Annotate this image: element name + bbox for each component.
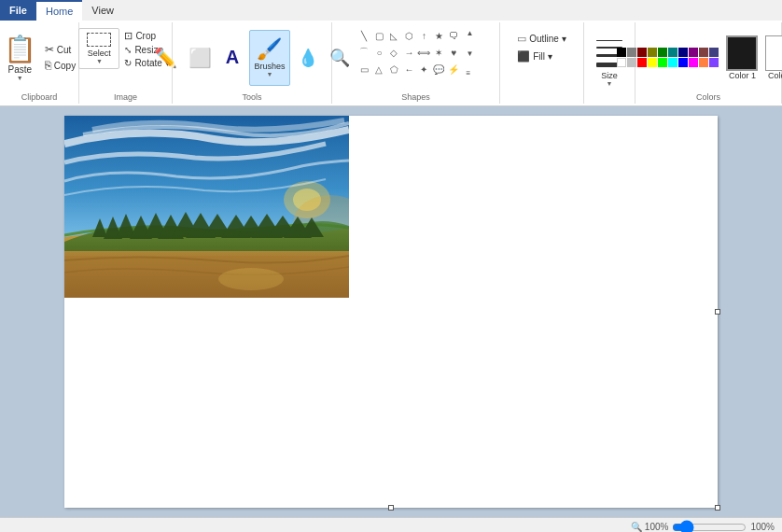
paste-icon: 📋 bbox=[4, 34, 36, 64]
palette-purple[interactable] bbox=[689, 48, 698, 57]
palette-white[interactable] bbox=[617, 58, 626, 67]
zoom-level: 🔍 100% bbox=[631, 522, 668, 532]
ribbon-group-clipboard: 📋 Paste ▼ ✂ Cut ⎘ Copy Clipboard bbox=[0, 22, 79, 104]
canvas-resize-handle-b[interactable] bbox=[388, 505, 394, 511]
status-bar: 🔍 100% 100% bbox=[0, 517, 782, 532]
palette-orange[interactable] bbox=[699, 58, 708, 67]
shape-ellipse[interactable]: ○ bbox=[371, 45, 386, 60]
palette-indigo[interactable] bbox=[709, 48, 719, 57]
color1-box[interactable]: Color 1 bbox=[724, 34, 760, 82]
palette-gray[interactable] bbox=[627, 48, 636, 57]
palette-violet[interactable] bbox=[709, 58, 719, 67]
shape-arrow-l[interactable]: ← bbox=[401, 62, 416, 77]
paste-dropdown-arrow: ▼ bbox=[17, 75, 23, 81]
cut-icon: ✂ bbox=[45, 43, 54, 56]
palette-teal[interactable] bbox=[668, 48, 677, 57]
paint-canvas[interactable] bbox=[64, 116, 718, 508]
outline-icon: ▭ bbox=[517, 33, 526, 45]
tab-home[interactable]: Home bbox=[36, 0, 82, 21]
shapes-scroll-up[interactable]: ▲ bbox=[465, 28, 474, 38]
canvas-resize-handle-br[interactable] bbox=[715, 505, 720, 511]
pencil-icon: ✏️ bbox=[154, 47, 177, 69]
palette-navy[interactable] bbox=[678, 48, 688, 57]
shape-star6[interactable]: ✶ bbox=[431, 45, 446, 60]
palette-yellow[interactable] bbox=[648, 58, 657, 67]
shape-diamond[interactable]: ◇ bbox=[386, 45, 401, 60]
canvas-resize-handle-r[interactable] bbox=[715, 309, 720, 315]
paste-button[interactable]: 📋 Paste ▼ bbox=[0, 32, 40, 83]
palette-blue[interactable] bbox=[678, 58, 688, 67]
fill-icon: ⬛ bbox=[517, 50, 530, 63]
pencil-button[interactable]: ✏️ bbox=[150, 32, 181, 84]
shape-arrow-u[interactable]: ↑ bbox=[416, 28, 431, 43]
shapes-group-label: Shapes bbox=[401, 92, 430, 102]
color-palette bbox=[617, 48, 719, 67]
canvas-image bbox=[64, 116, 349, 298]
shape-star4[interactable]: ✦ bbox=[416, 62, 431, 77]
color1-swatch bbox=[726, 35, 758, 71]
tab-file[interactable]: File bbox=[0, 0, 36, 21]
zoom-label: 100% bbox=[750, 522, 775, 532]
shape-lightning[interactable]: ⚡ bbox=[446, 62, 461, 77]
ribbon-group-colors: Color 1 Color 2 Colors bbox=[635, 22, 782, 104]
select-button[interactable]: Select ▼ bbox=[78, 28, 119, 69]
cut-button[interactable]: ✂ Cut bbox=[42, 42, 78, 57]
image-group-label: Image bbox=[114, 92, 137, 102]
palette-green[interactable] bbox=[658, 48, 667, 57]
palette-red[interactable] bbox=[637, 58, 647, 67]
palette-silver[interactable] bbox=[627, 58, 636, 67]
shape-line[interactable]: ╲ bbox=[356, 28, 371, 43]
tab-view[interactable]: View bbox=[82, 0, 123, 21]
ribbon-tabs: File Home View bbox=[0, 0, 782, 21]
shape-righttri[interactable]: ◺ bbox=[386, 28, 401, 43]
svg-point-20 bbox=[218, 268, 284, 290]
outline-button[interactable]: ▭ Outline ▾ bbox=[514, 32, 568, 46]
shape-rounded-callout[interactable]: 🗨 bbox=[446, 28, 461, 43]
canvas-area[interactable] bbox=[0, 106, 782, 517]
brushes-icon: 🖌️ bbox=[257, 37, 282, 62]
shape-arrow-r[interactable]: → bbox=[401, 45, 416, 60]
color2-box[interactable]: Color 2 bbox=[763, 34, 782, 82]
fill-button[interactable]: ⬛ Fill ▾ bbox=[514, 49, 555, 63]
copy-button[interactable]: ⎘ Copy bbox=[42, 58, 78, 73]
color2-swatch bbox=[765, 35, 782, 71]
palette-brown[interactable] bbox=[699, 48, 708, 57]
palette-black[interactable] bbox=[617, 48, 626, 57]
resize-icon: ⤡ bbox=[124, 45, 132, 55]
brushes-button[interactable]: 🖌️ Brushes ▼ bbox=[249, 30, 290, 86]
clipboard-group-label: Clipboard bbox=[21, 92, 58, 102]
crop-icon: ⊡ bbox=[124, 30, 133, 42]
shape-triangle[interactable]: △ bbox=[371, 62, 386, 77]
shape-star5[interactable]: ★ bbox=[431, 28, 446, 43]
shape-curve[interactable]: ⌒ bbox=[356, 45, 371, 60]
shape-rect[interactable]: ▭ bbox=[356, 62, 371, 77]
select-icon bbox=[87, 33, 111, 47]
ribbon-group-tools: ✏️ ⬜ A 🖌️ Brushes ▼ 💧 🔍 bbox=[173, 22, 332, 104]
shape-heart[interactable]: ♥ bbox=[446, 45, 461, 60]
shapes-scroll-all[interactable]: ≡ bbox=[465, 68, 474, 78]
shape-arrow-4[interactable]: ⟺ bbox=[416, 45, 431, 60]
palette-magenta[interactable] bbox=[689, 58, 698, 67]
shape-pentagon[interactable]: ⬠ bbox=[386, 62, 401, 77]
shape-roundrect[interactable]: ▢ bbox=[371, 28, 386, 43]
zoom-slider[interactable] bbox=[672, 520, 747, 533]
eraser-icon: ⬜ bbox=[189, 47, 212, 69]
ribbon-group-outlinefill: ▭ Outline ▾ ⬛ Fill ▾ bbox=[500, 22, 584, 104]
sky-svg bbox=[64, 116, 349, 298]
shape-callout[interactable]: 💬 bbox=[431, 62, 446, 77]
palette-darkred[interactable] bbox=[637, 48, 647, 57]
ribbon-group-shapes: ╲ ⌒ ▭ ▢ ○ △ ◺ ◇ ⬠ ⬡ → ← ↑ ⟺ ✦ ★ ✶ bbox=[332, 22, 500, 104]
ribbon: 📋 Paste ▼ ✂ Cut ⎘ Copy Clipboard bbox=[0, 21, 782, 106]
palette-cyan[interactable] bbox=[668, 58, 677, 67]
palette-lime[interactable] bbox=[658, 58, 667, 67]
shapes-grid: ╲ ⌒ ▭ ▢ ○ △ ◺ ◇ ⬠ ⬡ → ← ↑ ⟺ ✦ ★ ✶ bbox=[356, 28, 461, 78]
palette-olive[interactable] bbox=[648, 48, 657, 57]
colors-group-label: Colors bbox=[696, 92, 720, 102]
shape-hexagon[interactable]: ⬡ bbox=[401, 28, 416, 43]
text-button[interactable]: A bbox=[219, 32, 245, 84]
shapes-scroll-down[interactable]: ▼ bbox=[465, 49, 474, 59]
rotate-icon: ↻ bbox=[124, 58, 132, 68]
color-picker-icon: 💧 bbox=[298, 48, 318, 68]
eraser-button[interactable]: ⬜ bbox=[185, 32, 216, 84]
color-picker-button[interactable]: 💧 bbox=[294, 32, 322, 84]
